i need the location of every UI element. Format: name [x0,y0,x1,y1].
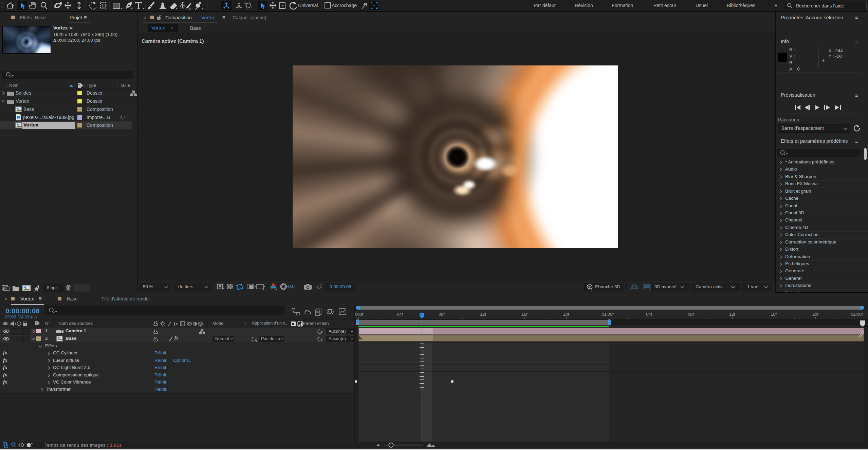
svg-text:fx: fx [174,321,178,326]
